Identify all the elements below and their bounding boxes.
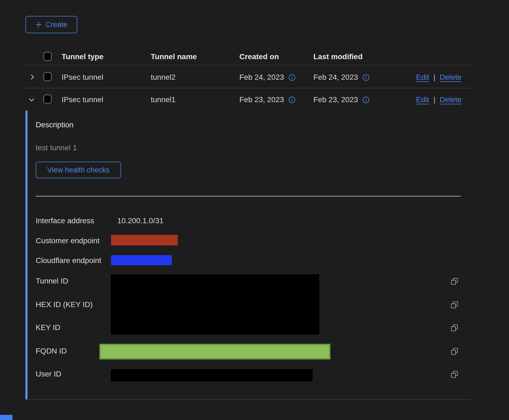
tunnel-name-cell: tunnel2 bbox=[151, 73, 176, 82]
column-header-tunnel-name: Tunnel name bbox=[151, 52, 197, 61]
view-health-checks-button[interactable]: View health checks bbox=[36, 162, 121, 178]
row-divider bbox=[24, 88, 471, 88]
panel-divider bbox=[36, 196, 461, 196]
last-modified-cell: Feb 23, 2023 bbox=[313, 95, 358, 104]
column-header-created-on: Created on bbox=[239, 52, 279, 61]
interface-address-value: 10.200.1.0/31 bbox=[117, 216, 163, 225]
info-icon[interactable] bbox=[288, 96, 296, 104]
copy-tunnel-id-button[interactable] bbox=[450, 277, 459, 286]
view-health-checks-label: View health checks bbox=[47, 166, 110, 174]
bottom-left-blue-fragment bbox=[0, 415, 12, 420]
tunnel-type-cell: IPsec tunnel bbox=[62, 95, 103, 104]
info-icon[interactable] bbox=[362, 74, 370, 81]
copy-hex-id-button[interactable] bbox=[450, 300, 459, 309]
description-heading: Description bbox=[36, 121, 73, 129]
panel-bottom-divider bbox=[27, 399, 471, 400]
edit-link[interactable]: Edit bbox=[416, 73, 429, 82]
cloudflare-endpoint-label: Cloudflare endpoint bbox=[36, 256, 101, 265]
customer-endpoint-label: Customer endpoint bbox=[36, 236, 100, 245]
hex-id-label: HEX ID (KEY ID) bbox=[36, 300, 93, 309]
description-value: test tunnel 1 bbox=[36, 144, 77, 152]
info-icon[interactable] bbox=[362, 96, 370, 104]
delete-link[interactable]: Delete bbox=[440, 73, 462, 82]
copy-key-id-button[interactable] bbox=[450, 323, 459, 332]
row-checkbox[interactable] bbox=[43, 95, 52, 104]
chevron-down-icon[interactable] bbox=[28, 96, 36, 104]
copy-fqdn-id-button[interactable] bbox=[450, 347, 459, 356]
last-modified-cell: Feb 24, 2023 bbox=[313, 73, 358, 82]
cloudflare-endpoint-redacted-value bbox=[111, 255, 172, 265]
copy-user-id-button[interactable] bbox=[450, 370, 459, 379]
tunnel-type-cell: IPsec tunnel bbox=[62, 73, 103, 82]
fqdn-id-label: FQDN ID bbox=[36, 347, 67, 355]
edit-link[interactable]: Edit bbox=[416, 95, 429, 104]
key-id-label: KEY ID bbox=[36, 323, 60, 332]
user-id-label: User ID bbox=[36, 370, 61, 378]
info-icon[interactable] bbox=[288, 74, 296, 81]
customer-endpoint-redacted-value bbox=[111, 235, 178, 245]
create-button[interactable]: Create bbox=[25, 16, 77, 33]
ipsec-tunnels-page: Create Tunnel type Tunnel name Created o… bbox=[0, 0, 509, 420]
created-on-cell: Feb 23, 2023 bbox=[239, 95, 284, 104]
action-separator: | bbox=[433, 73, 435, 82]
header-divider bbox=[24, 65, 471, 65]
plus-icon bbox=[35, 21, 42, 28]
ids-redacted-value bbox=[111, 274, 319, 335]
action-separator: | bbox=[433, 95, 435, 104]
tunnel-name-cell: tunnel1 bbox=[151, 95, 176, 104]
select-all-checkbox[interactable] bbox=[43, 52, 52, 61]
chevron-right-icon[interactable] bbox=[28, 73, 36, 81]
fqdn-id-redacted-value bbox=[99, 344, 330, 359]
column-header-last-modified: Last modified bbox=[313, 52, 363, 61]
create-button-label: Create bbox=[45, 21, 67, 28]
column-header-tunnel-type: Tunnel type bbox=[62, 52, 103, 61]
row-checkbox[interactable] bbox=[43, 72, 52, 81]
delete-link[interactable]: Delete bbox=[440, 95, 462, 104]
interface-address-label: Interface address bbox=[36, 216, 94, 225]
tunnel-id-label: Tunnel ID bbox=[36, 277, 68, 285]
created-on-cell: Feb 24, 2023 bbox=[239, 73, 284, 82]
expanded-panel-accent-bar bbox=[25, 111, 28, 399]
user-id-redacted-value bbox=[111, 369, 313, 381]
